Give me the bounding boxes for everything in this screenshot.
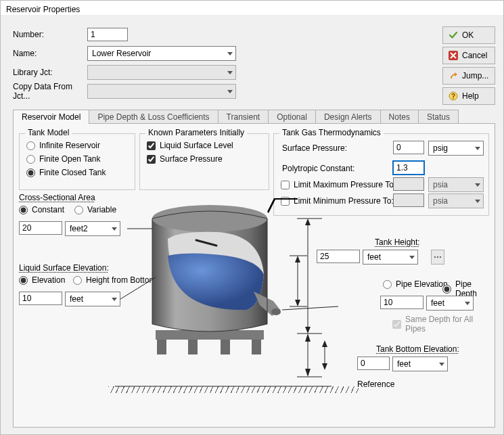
radio-area-variable[interactable]: Variable (74, 205, 116, 214)
combo-text: feet (70, 294, 83, 304)
caption-tank-model: Tank Model (25, 128, 72, 137)
tab-label: Pipe Depth & Loss Coefficients (97, 112, 209, 122)
chevron-down-icon (409, 256, 415, 259)
radio-label: Height from Bottom (86, 275, 156, 285)
svg-marker-19 (295, 300, 300, 306)
svg-marker-21 (305, 334, 311, 342)
chevron-down-icon (475, 183, 480, 187)
radio-label: Constant (32, 205, 64, 214)
help-button[interactable]: ? Help (442, 87, 495, 105)
tab-status[interactable]: Status (418, 110, 459, 124)
tab-label: Optional (277, 112, 307, 122)
radio-label: Infinite Reservoir (39, 141, 100, 150)
label-polytropic-constant: Polytropic Constant: (282, 164, 354, 173)
group-tank-gas-thermo: Tank Gas Thermodynamics Surface Pressure… (273, 133, 489, 216)
caption-known-params: Known Parameters Initially (145, 128, 247, 137)
radio-finite-open-tank[interactable]: Finite Open Tank (26, 154, 101, 164)
chevron-down-icon (227, 71, 233, 74)
tab-panel-reservoir-model: Tank Model Infinite Reservoir Finite Ope… (13, 123, 495, 428)
combo-text: psia (433, 180, 448, 189)
action-buttons: OK Cancel Jump... ? Help (442, 26, 495, 108)
radio-height-from-bottom[interactable]: Height from Bottom (73, 275, 156, 285)
radio-finite-closed-tank[interactable]: Finite Closed Tank (26, 168, 106, 177)
svg-rect-4 (157, 340, 166, 354)
tab-optional[interactable]: Optional (268, 110, 316, 124)
combo-liquid-surface-unit[interactable]: feet (65, 292, 120, 306)
label-tank-height: Tank Height: (375, 237, 420, 247)
dialog-window: Reservoir Properties Number: Name: Lower… (0, 0, 504, 435)
chevron-down-icon (465, 302, 470, 305)
x-icon (449, 51, 458, 60)
radio-label: Finite Open Tank (39, 154, 101, 164)
combo-text: feet (397, 359, 411, 369)
check-limit-min-pressure[interactable]: Limit Minimum Pressure To: (281, 196, 394, 206)
tab-label: Transient (227, 112, 260, 122)
combo-limit-max-unit: psia (428, 177, 484, 192)
combo-area-unit[interactable]: feet2 (65, 221, 120, 236)
input-polytropic-constant[interactable] (393, 161, 424, 175)
tab-transient[interactable]: Transient (218, 110, 269, 124)
label-cross-sectional-area: Cross-Sectional Area (19, 193, 95, 202)
tab-label: Design Alerts (324, 112, 372, 122)
check-icon (449, 30, 458, 40)
svg-marker-18 (295, 256, 300, 262)
help-label: Help (462, 91, 479, 101)
radio-elevation[interactable]: Elevation (19, 275, 65, 285)
label-surface-pressure: Surface Pressure: (282, 143, 347, 153)
tab-pipe-depth[interactable]: Pipe Depth & Loss Coefficients (89, 110, 218, 124)
tab-design-alerts[interactable]: Design Alerts (315, 110, 381, 124)
input-limit-min (393, 193, 424, 207)
combo-text: feet (367, 252, 381, 262)
input-area-value[interactable] (19, 221, 62, 235)
input-number[interactable] (87, 28, 128, 41)
chevron-down-icon (227, 90, 233, 93)
svg-rect-3 (156, 330, 264, 340)
help-icon: ? (449, 91, 458, 101)
input-pipe-value[interactable] (380, 296, 423, 309)
input-limit-max (393, 177, 424, 191)
combo-surface-pressure-unit[interactable]: psig (428, 141, 484, 156)
combo-name[interactable]: Lower Reservoir (87, 46, 236, 61)
svg-text:?: ? (451, 93, 455, 100)
input-liquid-surface-value[interactable] (19, 292, 62, 305)
check-label: Limit Minimum Pressure To: (294, 196, 394, 206)
input-tank-bottom[interactable] (357, 357, 390, 370)
cancel-button[interactable]: Cancel (442, 47, 495, 64)
ok-label: OK (462, 30, 474, 40)
label-tank-bottom-elevation: Tank Bottom Elevation: (376, 344, 459, 354)
combo-text: feet (431, 298, 444, 308)
combo-copy-data[interactable] (87, 84, 236, 99)
svg-rect-7 (252, 340, 261, 354)
radio-infinite-reservoir[interactable]: Infinite Reservoir (26, 141, 100, 150)
combo-library-jct[interactable] (87, 65, 236, 80)
tab-label: Notes (389, 112, 410, 122)
radio-pipe-elevation[interactable]: Pipe Elevation (383, 279, 448, 289)
combo-name-text: Lower Reservoir (92, 49, 151, 58)
svg-marker-25 (322, 340, 327, 347)
combo-tank-bottom-unit[interactable]: feet (392, 357, 448, 371)
combo-tank-height-unit[interactable]: feet (363, 250, 418, 265)
combo-text: psig (433, 143, 448, 153)
check-limit-max-pressure[interactable]: Limit Maximum Pressure To: (281, 180, 396, 189)
chevron-down-icon (439, 363, 444, 366)
check-surface-pressure[interactable]: Surface Pressure (147, 154, 223, 164)
radio-area-constant[interactable]: Constant (19, 205, 64, 214)
tab-notes[interactable]: Notes (380, 110, 419, 124)
tab-strip: Reservoir Model Pipe Depth & Loss Coeffi… (13, 108, 495, 124)
tab-reservoir-model[interactable]: Reservoir Model (13, 110, 89, 124)
combo-limit-min-unit: psia (428, 193, 484, 208)
input-tank-height[interactable] (317, 250, 360, 263)
chevron-down-icon (475, 147, 480, 150)
combo-pipe-unit[interactable]: feet (426, 296, 474, 311)
input-surface-pressure[interactable] (393, 141, 424, 154)
ok-button[interactable]: OK (442, 26, 495, 44)
group-tank-model: Tank Model Infinite Reservoir Finite Ope… (19, 133, 135, 190)
ground-hatch (108, 386, 359, 393)
tank-height-more-button[interactable]: ⋯ (431, 250, 444, 265)
combo-text: feet2 (70, 224, 88, 233)
chevron-down-icon (112, 227, 117, 231)
svg-point-9 (271, 308, 281, 315)
check-liquid-surface-level[interactable]: Liquid Surface Level (147, 141, 233, 150)
svg-marker-22 (305, 369, 311, 377)
jump-button[interactable]: Jump... (442, 67, 495, 85)
